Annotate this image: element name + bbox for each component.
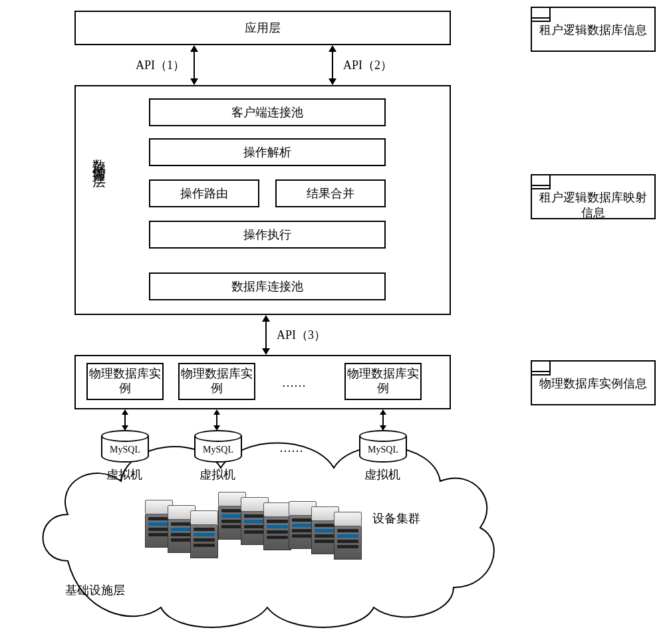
svg-marker-4: [329, 45, 336, 52]
operation-parse: 操作解析: [149, 138, 386, 166]
database-cylinder-1: MySQL: [101, 436, 149, 463]
op-parse-text: 操作解析: [243, 144, 291, 160]
client-pool-text: 客户端连接池: [231, 104, 303, 120]
db-connection-pool: 数据库连接池: [149, 272, 386, 300]
result-merge-text: 结果合并: [307, 185, 354, 201]
note-tenant-logical-db: 租户逻辑数据库信息: [531, 7, 656, 52]
svg-marker-5: [329, 78, 336, 85]
db-pool-text: 数据库连接池: [231, 278, 303, 294]
application-layer-title: 应用层: [245, 20, 281, 36]
api1-label: API（1）: [136, 57, 185, 73]
api2-label: API（2）: [343, 57, 392, 73]
database-cylinder-2: MySQL: [194, 436, 242, 463]
operation-execute: 操作执行: [149, 221, 386, 249]
vm-2-label: 虚拟机: [200, 467, 235, 483]
arrow-api3: [259, 315, 273, 355]
dm-layer-label: 数据管理层: [90, 149, 108, 169]
svg-marker-2: [190, 78, 198, 85]
db-engine-1: MySQL: [110, 445, 140, 455]
vm-ellipsis: ……: [279, 441, 303, 455]
op-exec-text: 操作执行: [243, 227, 291, 243]
cluster-label: 设备集群: [372, 510, 420, 526]
arrow-api1: [188, 45, 201, 85]
operation-route: 操作路由: [149, 179, 259, 207]
op-route-text: 操作路由: [180, 185, 228, 201]
db-engine-2: MySQL: [203, 445, 233, 455]
arrow-api2: [326, 45, 339, 85]
client-connection-pool: 客户端连接池: [149, 98, 386, 126]
api3-label: API（3）: [277, 327, 326, 343]
result-merge: 结果合并: [275, 179, 386, 207]
server-cluster-icon: [145, 492, 358, 572]
svg-marker-8: [262, 348, 270, 355]
db-engine-3: MySQL: [368, 445, 398, 455]
application-layer: 应用层: [74, 11, 451, 45]
vm-1-label: 虚拟机: [106, 467, 142, 483]
infrastructure-layer-label: 基础设施层: [65, 582, 125, 598]
database-cylinder-3: MySQL: [359, 436, 407, 463]
note-phy-instance: 物理数据库实例信息: [531, 360, 656, 405]
vm-3-label: 虚拟机: [364, 467, 400, 483]
svg-marker-1: [190, 45, 198, 52]
svg-marker-7: [262, 315, 270, 322]
note-tenant-mapping: 租户逻辑数据库映射信息: [531, 174, 656, 219]
